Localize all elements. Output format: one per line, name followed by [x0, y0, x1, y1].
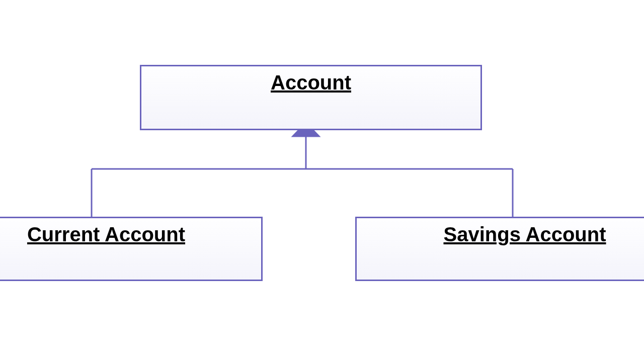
- inheritance-edges: [0, 0, 644, 362]
- diagram-canvas: Account Current Account Savings Account: [0, 0, 644, 362]
- class-label-savings-account: Savings Account: [443, 222, 606, 246]
- class-label-account: Account: [271, 70, 351, 95]
- class-box-current-account: Current Account: [0, 217, 263, 281]
- class-box-savings-account: Savings Account: [355, 217, 644, 281]
- class-box-account: Account: [140, 65, 482, 130]
- class-label-current-account: Current Account: [27, 222, 185, 246]
